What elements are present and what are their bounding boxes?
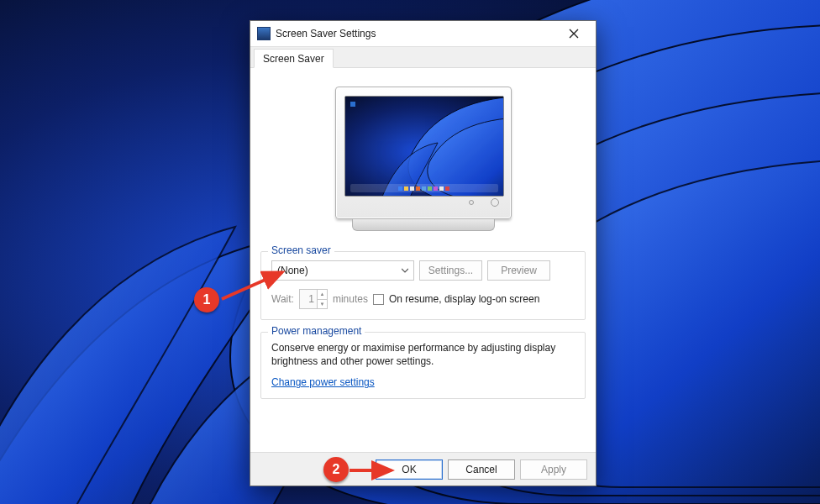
spinner-down-icon[interactable]: ▼ bbox=[318, 300, 327, 309]
on-resume-label: On resume, display log-on screen bbox=[389, 293, 539, 305]
screen-saver-group: Screen saver (None) Settings... Preview … bbox=[260, 251, 586, 320]
power-management-group: Power management Conserve energy or maxi… bbox=[260, 332, 586, 399]
screen-saver-settings-dialog: Screen Saver Settings Screen Saver bbox=[250, 20, 597, 486]
spinner-up-icon[interactable]: ▲ bbox=[318, 290, 327, 300]
dialog-button-row: OK Cancel Apply bbox=[250, 452, 596, 486]
chevron-down-icon bbox=[402, 267, 408, 274]
app-icon bbox=[257, 27, 271, 40]
wait-minutes-spinner[interactable]: ▲▼ bbox=[299, 289, 328, 309]
group-legend-saver: Screen saver bbox=[268, 244, 334, 256]
settings-button[interactable]: Settings... bbox=[419, 260, 482, 281]
tab-strip: Screen Saver bbox=[250, 46, 596, 68]
on-resume-checkbox[interactable] bbox=[373, 294, 384, 305]
close-button[interactable] bbox=[557, 23, 591, 45]
preview-button[interactable]: Preview bbox=[487, 260, 550, 281]
wait-label: Wait: bbox=[271, 293, 294, 305]
screensaver-select-value: (None) bbox=[277, 265, 308, 276]
group-legend-power: Power management bbox=[268, 325, 365, 337]
recycle-bin-icon bbox=[350, 102, 355, 107]
wait-minutes-input[interactable] bbox=[300, 290, 317, 308]
apply-button[interactable]: Apply bbox=[520, 459, 587, 480]
screensaver-select[interactable]: (None) bbox=[271, 260, 414, 281]
preview-taskbar bbox=[350, 184, 498, 192]
tab-screen-saver[interactable]: Screen Saver bbox=[254, 49, 334, 68]
wait-unit: minutes bbox=[333, 293, 368, 305]
ok-button[interactable]: OK bbox=[376, 459, 443, 480]
dialog-title: Screen Saver Settings bbox=[276, 28, 376, 39]
close-icon bbox=[569, 29, 579, 39]
titlebar: Screen Saver Settings bbox=[250, 21, 596, 46]
power-description: Conserve energy or maximise performance … bbox=[271, 341, 575, 368]
preview-monitor bbox=[260, 75, 586, 246]
change-power-settings-link[interactable]: Change power settings bbox=[271, 376, 375, 388]
cancel-button[interactable]: Cancel bbox=[448, 459, 515, 480]
